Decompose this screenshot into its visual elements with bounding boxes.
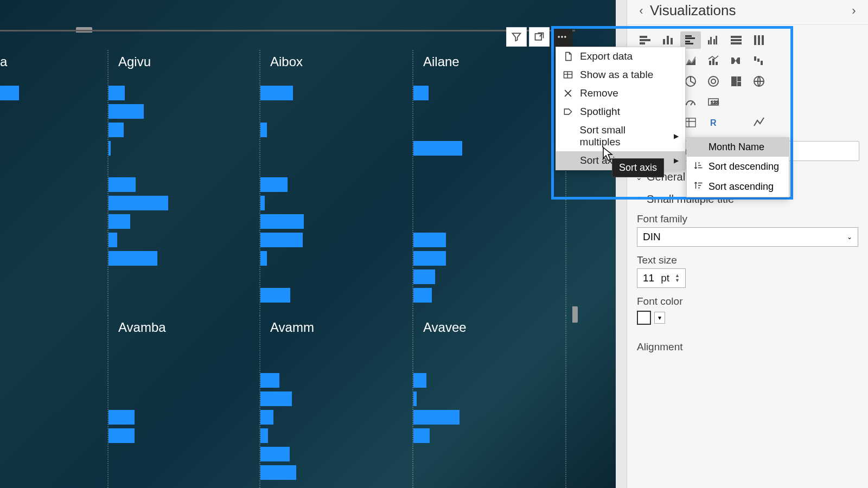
bar[interactable] [413,86,429,100]
text-size-spinner[interactable]: ▲▼ [675,273,680,283]
svg-rect-28 [754,56,756,61]
svg-rect-12 [685,37,695,39]
pane-header: ‹ Visualizations › [627,0,868,25]
bar[interactable] [260,196,265,210]
pane-collapse-left[interactable]: ‹ [633,4,650,18]
svg-rect-46 [686,118,695,127]
small-multiple-title: Avavee [413,320,559,335]
svg-rect-15 [708,40,710,44]
menu-label: Remove [580,87,618,99]
bar[interactable] [413,428,430,443]
svg-rect-18 [716,36,717,44]
svg-rect-5 [640,36,647,38]
focus-mode-button[interactable] [529,27,550,47]
bar[interactable] [108,123,124,137]
key-influencers-icon[interactable] [749,114,769,131]
donut-icon[interactable] [703,73,724,90]
bar[interactable] [260,391,292,406]
bar[interactable] [260,214,304,229]
small-multiple-cell: a [0,50,108,316]
svg-rect-20 [731,39,742,41]
submenu-label: Sort ascending [709,181,774,192]
small-multiple-cell [0,316,108,488]
svg-point-3 [564,36,566,37]
waterfall-icon[interactable] [749,52,769,69]
bar[interactable] [413,251,446,266]
bar[interactable] [260,177,288,192]
visual-context-menu: Export data Show as a table Remove Spotl… [556,47,686,170]
line-column-icon[interactable] [703,52,724,69]
report-canvas: aAgivuAiboxAilaneAvambaAvammAvavee [0,0,616,488]
bar[interactable] [260,251,267,266]
bar[interactable] [413,288,432,303]
font-family-label: Font family [637,213,858,225]
card-icon[interactable]: 123 [703,93,724,111]
svg-text:123: 123 [711,100,719,105]
menu-spotlight[interactable]: Spotlight [556,102,685,121]
bar[interactable] [413,269,435,284]
submenu-label: Month Name [709,142,764,153]
svg-rect-23 [758,35,760,45]
svg-rect-40 [737,82,741,86]
text-size-input[interactable]: 11 pt ▲▼ [637,268,686,288]
map-icon[interactable] [749,73,769,90]
bar[interactable] [260,447,290,461]
treemap-icon[interactable] [726,73,746,90]
bar[interactable] [413,233,446,247]
multi-card-icon[interactable] [726,93,746,111]
bar[interactable] [108,141,111,156]
bar[interactable] [260,123,267,137]
bar[interactable] [108,410,135,425]
filter-button[interactable] [506,27,527,47]
table-icon [563,69,573,80]
alignment-label: Alignment [637,341,858,353]
clustered-column-icon[interactable] [703,31,724,49]
menu-export-data[interactable]: Export data [556,47,685,66]
small-multiple-title: a [0,54,101,69]
svg-point-36 [709,76,718,86]
bar[interactable] [260,233,303,247]
svg-rect-14 [685,43,693,44]
ribbon-chart-icon[interactable] [726,52,746,69]
submenu-month-name[interactable]: Month Name [687,138,789,157]
bar[interactable] [108,251,157,266]
bar[interactable] [260,428,268,443]
bar[interactable] [108,428,135,443]
bar[interactable] [0,86,19,100]
bar[interactable] [260,86,293,100]
kpi-icon[interactable] [749,93,769,111]
menu-remove[interactable]: Remove [556,84,685,102]
bar[interactable] [260,373,279,388]
small-multiples-grid: aAgivuAiboxAilaneAvambaAvammAvavee [0,50,575,488]
bar[interactable] [413,391,417,406]
bar[interactable] [413,410,459,425]
bar[interactable] [108,196,168,210]
py-visual-icon[interactable] [726,114,746,131]
bar[interactable] [413,373,426,388]
r-visual-icon[interactable]: R [703,114,724,131]
pane-collapse-right[interactable]: › [845,4,863,18]
bar[interactable] [260,410,273,425]
bar[interactable] [108,104,144,119]
more-options-button[interactable] [552,27,572,47]
bar[interactable] [413,141,462,156]
menu-sort-small-multiples[interactable]: Sort small multiples ▶ [556,121,685,151]
bar[interactable] [108,86,125,100]
bar[interactable] [108,233,117,247]
menu-label: Show as a table [580,69,653,81]
chevron-right-icon: ▶ [674,132,679,140]
bar[interactable] [108,177,136,192]
submenu-sort-descending[interactable]: Sort descending [687,157,789,177]
bar[interactable] [108,214,130,229]
font-family-select[interactable]: DIN ⌄ [637,227,858,247]
svg-rect-24 [762,35,764,45]
bar[interactable] [260,288,290,303]
font-color-dropdown[interactable]: ▾ [654,312,665,324]
bar[interactable] [260,465,296,480]
100-stacked-column-icon[interactable] [749,31,769,49]
submenu-sort-ascending[interactable]: Sort ascending [687,177,789,197]
font-color-label: Font color [637,296,858,307]
font-color-swatch[interactable] [637,311,651,325]
100-stacked-bar-icon[interactable] [726,31,746,49]
menu-show-as-table[interactable]: Show as a table [556,66,685,84]
